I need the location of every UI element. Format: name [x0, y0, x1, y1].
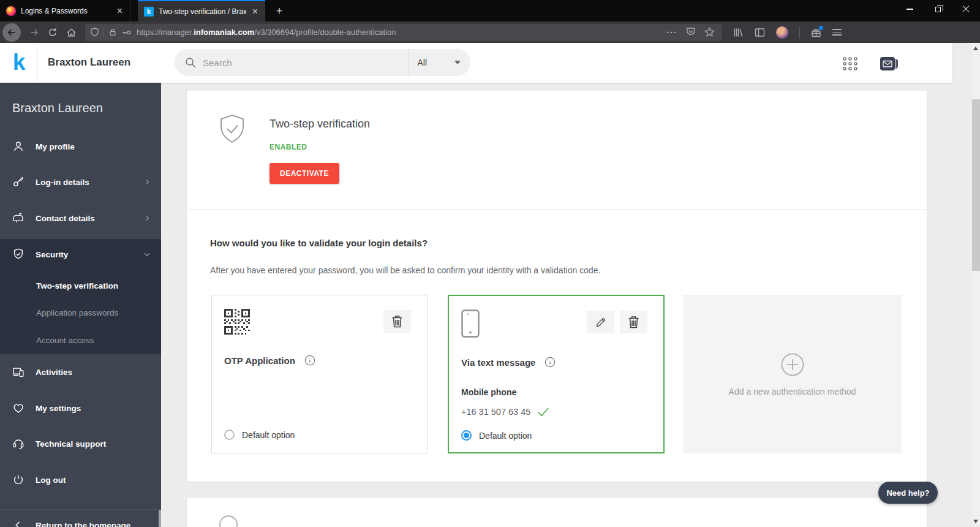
shield-check-icon — [11, 247, 26, 262]
sidebar-item-login-details[interactable]: Log-in details — [0, 169, 161, 195]
default-option-radio[interactable]: Default option — [224, 430, 295, 440]
library-icon[interactable] — [733, 28, 744, 37]
scroll-down-arrow-icon[interactable] — [973, 520, 978, 523]
pocket-icon[interactable] — [686, 27, 696, 37]
url-host: infomaniak.com — [194, 28, 254, 37]
apps-grid-button[interactable] — [842, 56, 858, 72]
sidebar-item-security[interactable]: Security — [0, 241, 161, 268]
sidebar-subitem-account-access[interactable]: Account access — [0, 329, 161, 351]
mailbox-icon — [11, 211, 26, 226]
browser-toolbar: https://manager.infomaniak.com/v3/306694… — [0, 21, 980, 43]
page-scrollbar[interactable] — [972, 43, 980, 527]
restore-icon — [935, 7, 941, 12]
search-bar[interactable]: Search All — [175, 49, 470, 76]
webmail-icon — [880, 56, 898, 72]
search-input[interactable]: Search — [203, 58, 408, 68]
sidebar-item-log-out[interactable]: Log out — [0, 466, 161, 493]
two-step-verification-card: Two-step verification ENABLED DEACTIVATE… — [187, 91, 927, 482]
sidebar-item-label: Activities — [36, 368, 72, 377]
sidebar-subitem-two-step-verification[interactable]: Two-step verification — [0, 275, 161, 297]
sidebar-item-activities[interactable]: Activities — [0, 358, 161, 385]
sidebar-item-technical-support[interactable]: Technical support — [0, 430, 161, 457]
infomaniak-logo[interactable]: k — [9, 48, 29, 77]
page-title: Two-step verification — [270, 118, 370, 131]
window-restore-button[interactable] — [924, 0, 952, 18]
sidebar-item-return-homepage[interactable]: Return to the homepage — [0, 512, 161, 527]
method-name: Via text message — [461, 357, 535, 368]
need-help-button[interactable]: Need help? — [878, 482, 938, 504]
tab-two-step-verification[interactable]: k Two-step verification / Braxton × — [138, 0, 265, 21]
info-icon[interactable] — [304, 354, 316, 366]
search-filter-dropdown[interactable]: All — [408, 49, 470, 76]
devices-icon — [11, 365, 26, 379]
home-button[interactable] — [66, 28, 77, 37]
forward-button[interactable] — [29, 28, 39, 37]
window-minimize-button[interactable] — [895, 0, 924, 18]
mobile-phone-label: Mobile phone — [461, 387, 516, 397]
trash-icon — [628, 316, 639, 328]
method-card-sms: Via text message Mobile phone +16 31 507… — [448, 295, 665, 453]
default-option-label: Default option — [479, 431, 532, 441]
sidebar-item-contact-details[interactable]: Contact details — [0, 205, 161, 232]
menu-button[interactable] — [832, 29, 842, 36]
sidebar-item-my-profile[interactable]: My profile — [0, 133, 161, 160]
radio-checked-icon — [461, 430, 472, 441]
notification-dot — [819, 26, 823, 30]
edit-method-button[interactable] — [587, 311, 614, 333]
sidebar-item-label: Log out — [36, 476, 66, 485]
status-badge: ENABLED — [270, 143, 307, 151]
tab-close-icon[interactable]: × — [251, 6, 259, 17]
back-arrow-icon — [7, 28, 17, 37]
url-bar[interactable]: https://manager.infomaniak.com/v3/306694… — [85, 24, 722, 41]
tab-title: Logins & Passwords — [21, 7, 111, 15]
bookmark-star-icon[interactable] — [704, 27, 715, 37]
search-icon — [184, 56, 197, 69]
smartphone-icon — [461, 309, 480, 338]
deactivate-button[interactable]: DEACTIVATE — [270, 163, 339, 184]
default-option-radio[interactable]: Default option — [461, 430, 532, 441]
qr-code-icon — [224, 309, 250, 335]
forward-arrow-icon — [29, 28, 39, 37]
infomaniak-favicon-icon: k — [144, 7, 154, 17]
sidebar-item-label: Log-in details — [36, 178, 89, 187]
delete-method-button[interactable] — [620, 311, 647, 333]
scroll-up-arrow-icon[interactable] — [973, 47, 978, 50]
add-method-card[interactable]: Add a new authentication method — [683, 295, 902, 453]
power-icon — [11, 472, 26, 487]
trash-icon — [391, 315, 403, 328]
new-tab-button[interactable]: + — [271, 3, 287, 19]
subitem-label: Two-step verification — [36, 281, 118, 290]
url-prefix: https://manager. — [137, 28, 194, 37]
tab-close-icon[interactable]: × — [116, 6, 124, 17]
heart-icon — [11, 401, 26, 415]
sidebar-item-my-settings[interactable]: My settings — [0, 395, 161, 422]
add-method-label: Add a new authentication method — [729, 387, 856, 396]
urlbar-separator — [104, 28, 104, 37]
validation-description: After you have entered your password, yo… — [210, 265, 600, 275]
pencil-icon — [595, 316, 607, 328]
tab-logins-passwords[interactable]: Logins & Passwords × — [0, 0, 130, 21]
toolbar-separator — [799, 26, 800, 39]
info-icon[interactable] — [544, 356, 556, 368]
minimize-icon — [907, 9, 913, 10]
delete-method-button[interactable] — [383, 310, 411, 333]
section-icon-partial — [219, 515, 238, 527]
sidebar-subitem-application-passwords[interactable]: Application passwords — [0, 301, 161, 324]
saved-login-key-icon — [121, 28, 132, 37]
verified-check-icon — [537, 406, 550, 417]
whats-new-button[interactable] — [811, 28, 821, 37]
chevron-right-icon — [143, 214, 151, 222]
window-controls — [895, 0, 980, 18]
home-icon — [66, 28, 77, 37]
lockwise-favicon-icon — [6, 6, 16, 16]
page-actions-icon[interactable]: ··· — [666, 27, 677, 37]
back-button[interactable] — [2, 23, 21, 42]
webmail-button[interactable] — [880, 56, 898, 72]
filter-value: All — [417, 58, 427, 67]
scrollbar-thumb[interactable] — [972, 99, 980, 271]
sidebars-icon[interactable] — [755, 28, 765, 37]
firefox-account-avatar[interactable] — [776, 26, 788, 39]
reload-button[interactable] — [48, 28, 58, 37]
window-close-button[interactable] — [952, 0, 980, 18]
radio-unchecked-icon — [224, 430, 235, 440]
